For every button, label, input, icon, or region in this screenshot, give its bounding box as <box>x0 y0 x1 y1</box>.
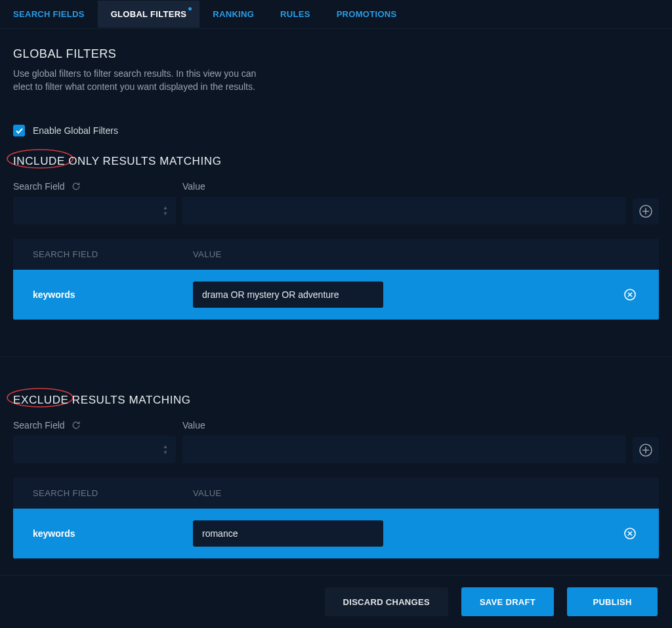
include-value-label: Value <box>182 181 626 192</box>
label-text: Search Field <box>13 420 65 430</box>
td-value: drama OR mystery OR adventure <box>193 282 621 308</box>
close-circle-icon <box>623 527 637 540</box>
th-search-field: SEARCH FIELD <box>33 249 193 259</box>
exclude-add-button[interactable] <box>633 437 659 463</box>
exclude-value-label: Value <box>182 420 626 430</box>
include-table: SEARCH FIELD VALUE keywords drama OR mys… <box>13 239 659 320</box>
remove-row-button[interactable] <box>621 288 639 301</box>
footer-actions: DISCARD CHANGES SAVE DRAFT PUBLISH <box>0 575 672 628</box>
refresh-icon[interactable] <box>72 421 81 430</box>
include-value-input[interactable] <box>182 197 626 224</box>
tab-rules[interactable]: RULES <box>267 1 324 28</box>
exclude-input-row: Search Field ▲▼ Value <box>13 420 659 463</box>
include-input-row: Search Field ▲▼ Value <box>13 181 659 224</box>
exclude-value-input[interactable] <box>182 436 626 463</box>
td-value: romance <box>193 520 621 547</box>
enable-filters-label: Enable Global Filters <box>33 125 118 136</box>
td-field: keywords <box>33 289 193 300</box>
exclude-section-title: EXCLUDE RESULTS MATCHING <box>13 394 659 407</box>
value-chip[interactable]: romance <box>193 520 383 547</box>
discard-button[interactable]: DISCARD CHANGES <box>325 587 448 616</box>
page-title: GLOBAL FILTERS <box>13 47 659 61</box>
save-draft-button[interactable]: SAVE DRAFT <box>461 587 554 616</box>
include-search-field-select[interactable]: ▲▼ <box>13 197 176 224</box>
plus-circle-icon <box>639 204 653 219</box>
include-section-title: INCLUDE ONLY RESULTS MATCHING <box>13 155 659 168</box>
include-search-field-label: Search Field <box>13 181 176 192</box>
th-search-field: SEARCH FIELD <box>33 488 193 498</box>
tab-indicator-dot <box>188 7 192 10</box>
include-add-button[interactable] <box>633 198 659 224</box>
label-text: Search Field <box>13 181 65 192</box>
td-field: keywords <box>33 528 193 539</box>
refresh-icon[interactable] <box>72 182 81 191</box>
section-divider <box>0 356 672 357</box>
tab-label: GLOBAL FILTERS <box>111 9 187 19</box>
th-value: VALUE <box>193 488 639 498</box>
plus-circle-icon <box>639 443 653 457</box>
exclude-search-field-label: Search Field <box>13 420 176 430</box>
tab-promotions[interactable]: PROMOTIONS <box>324 1 410 28</box>
value-chip[interactable]: drama OR mystery OR adventure <box>193 282 383 308</box>
tab-bar: SEARCH FIELDS GLOBAL FILTERS RANKING RUL… <box>0 0 672 29</box>
publish-button[interactable]: PUBLISH <box>567 587 658 616</box>
select-chevrons-icon: ▲▼ <box>163 205 168 217</box>
exclude-search-field-select[interactable]: ▲▼ <box>13 436 176 463</box>
select-chevrons-icon: ▲▼ <box>163 444 168 455</box>
remove-row-button[interactable] <box>621 527 639 540</box>
tab-search-fields[interactable]: SEARCH FIELDS <box>0 1 98 28</box>
table-head: SEARCH FIELD VALUE <box>13 239 659 270</box>
exclude-table: SEARCH FIELD VALUE keywords romance <box>13 478 659 558</box>
check-icon <box>16 128 23 134</box>
table-row: keywords romance <box>13 509 659 558</box>
tab-ranking[interactable]: RANKING <box>200 1 267 28</box>
th-value: VALUE <box>193 249 639 259</box>
tab-global-filters[interactable]: GLOBAL FILTERS <box>98 1 200 28</box>
enable-filters-checkbox[interactable] <box>13 125 25 136</box>
close-circle-icon <box>623 288 637 301</box>
table-row: keywords drama OR mystery OR adventure <box>13 270 659 320</box>
page-description: Use global filters to filter search resu… <box>13 68 276 93</box>
table-head: SEARCH FIELD VALUE <box>13 478 659 509</box>
